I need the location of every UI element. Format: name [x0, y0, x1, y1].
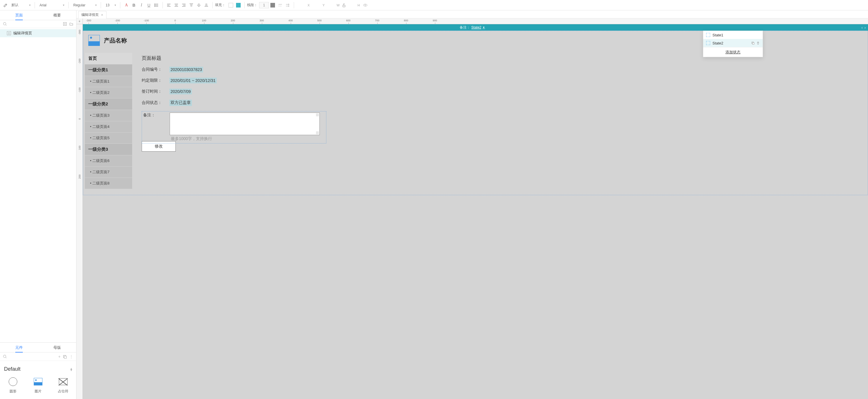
sidebar-item-cat1[interactable]: 一级分类1 [85, 64, 132, 76]
sidebar-item-sub3[interactable]: • 二级页面3 [85, 110, 132, 121]
state-dropdown-value: State2 [471, 25, 481, 29]
bold-button[interactable]: B [130, 1, 137, 9]
next-state-icon[interactable]: › [865, 25, 866, 30]
tab-pages[interactable]: 页面 [0, 10, 38, 20]
align-right-button[interactable] [180, 1, 188, 9]
tab-overview[interactable]: 概要 [38, 10, 76, 20]
sidebar-item-cat3[interactable]: 一级分类3 [85, 144, 132, 155]
valign-bottom-button[interactable] [203, 1, 210, 9]
scrollbar-up-icon[interactable] [316, 114, 319, 116]
svg-rect-28 [343, 5, 345, 7]
dynamic-panel-name: 备注： [460, 25, 470, 30]
sidebar-item-cat2[interactable]: 一级分类2 [85, 98, 132, 110]
line-width-input[interactable] [259, 2, 269, 8]
state-icon [706, 33, 710, 37]
sidebar-item-sub4[interactable]: • 二级页面4 [85, 121, 132, 132]
add-state-button[interactable]: 添加状态 [703, 47, 763, 57]
widget-label: 圆形 [9, 389, 17, 394]
state-dropdown-toggle[interactable]: State2 ▼ [471, 25, 485, 29]
align-left-button[interactable] [165, 1, 173, 9]
tab-widgets[interactable]: 元件 [0, 343, 38, 352]
svg-rect-40 [752, 43, 754, 44]
widgets-search[interactable] [3, 355, 56, 359]
coord-x: X [297, 3, 311, 7]
add-folder-icon[interactable] [69, 22, 73, 26]
state-item-state2[interactable]: State2 [703, 39, 763, 47]
document-tab[interactable]: 编辑详情页 × [78, 11, 106, 19]
note-label: 备注： [143, 113, 170, 118]
font-family-dropdown[interactable]: Arial ▾ [37, 1, 66, 9]
widget-image[interactable]: 图片 [27, 377, 49, 394]
sidebar-item-sub8[interactable]: • 二级页面8 [85, 178, 132, 189]
widget-label: 图片 [35, 389, 41, 394]
sidebar-item-sub6[interactable]: • 二级页面6 [85, 155, 132, 166]
tab-masters[interactable]: 母版 [38, 343, 76, 352]
page-tree-item[interactable]: 编辑详情页 [0, 29, 76, 37]
align-center-button[interactable] [173, 1, 180, 9]
sign-date-label: 签订时间： [142, 89, 169, 94]
fill-color-white[interactable] [227, 1, 235, 9]
line-color-button[interactable] [269, 1, 276, 9]
valign-middle-button[interactable] [195, 1, 203, 9]
italic-button[interactable]: I [137, 1, 145, 9]
line-arrow-button[interactable] [284, 1, 291, 9]
sidebar-item-sub1[interactable]: • 二级页面1 [85, 76, 132, 87]
bullet-list-button[interactable] [153, 1, 160, 9]
period-label: 约定期限： [142, 78, 169, 83]
style-value: 默认 [11, 3, 19, 7]
widget-placeholder[interactable]: 占位符 [52, 377, 74, 394]
font-weight-dropdown[interactable]: Regular ▾ [71, 1, 98, 9]
sidebar-item-sub5[interactable]: • 二级页面5 [85, 132, 132, 144]
svg-point-0 [155, 4, 155, 4]
svg-point-35 [3, 355, 6, 358]
page-name: 编辑详情页 [13, 31, 32, 36]
visibility-icon[interactable] [362, 1, 369, 9]
top-toolbar: 默认 ▾ Arial ▾ Regular ▾ 13 ▾ A B I U 填充： [0, 0, 868, 10]
ruler-corner[interactable]: + [76, 19, 83, 24]
sidebar-item-sub7[interactable]: • 二级页面7 [85, 166, 132, 178]
coord-y: Y [311, 3, 327, 7]
add-page-icon[interactable] [63, 22, 67, 26]
sidebar-item-sub2[interactable]: • 二级页面2 [85, 87, 132, 98]
status-label: 合同状态： [142, 100, 169, 105]
contract-no-label: 合同编号： [142, 67, 169, 72]
font-size-value: 13 [105, 3, 110, 7]
sidebar-item-home[interactable]: 首页 [85, 53, 132, 64]
line-style-button[interactable] [276, 1, 284, 9]
svg-point-2 [155, 5, 155, 5]
delete-state-icon[interactable] [756, 41, 760, 45]
edit-style-icon[interactable] [2, 1, 9, 9]
ruler-vertical: -300-200-1000100200 [76, 24, 83, 399]
pages-search[interactable] [3, 22, 61, 26]
page-tree: 编辑详情页 [0, 28, 76, 342]
chevron-down-icon: ▾ [29, 3, 31, 7]
font-size-dropdown[interactable]: 13 ▾ [103, 1, 118, 9]
proto-sidebar: 首页 一级分类1 • 二级页面1 • 二级页面2 一级分类2 • 二级页面3 •… [85, 53, 132, 189]
canvas[interactable]: 备注： State2 ▼ ‹ › State1 [83, 24, 868, 399]
style-dropdown[interactable]: 默认 ▾ [9, 1, 32, 9]
period-value: 2020/01/01 ~ 2020/12/31 [169, 78, 217, 84]
lock-aspect-icon[interactable] [341, 1, 347, 9]
fill-color-accent[interactable] [235, 1, 242, 9]
more-icon[interactable]: ⋮ [69, 354, 73, 359]
text-color-button[interactable]: A [123, 1, 130, 9]
chevron-down-icon: ▾ [95, 3, 97, 7]
close-tab-icon[interactable]: × [101, 13, 103, 17]
note-textarea[interactable] [170, 113, 320, 135]
chevron-down-icon: ▼ [483, 26, 485, 29]
prev-state-icon[interactable]: ‹ [861, 25, 863, 30]
svg-point-29 [365, 5, 366, 6]
chevron-down-icon: ▾ [63, 3, 64, 7]
fill-label: 填充： [215, 3, 225, 7]
widget-library-select[interactable]: Default ▴▾ [2, 364, 74, 374]
scrollbar-down-icon[interactable] [316, 131, 319, 134]
widget-ellipse[interactable]: 圆形 [2, 377, 24, 394]
duplicate-state-icon[interactable] [751, 41, 754, 45]
underline-button[interactable]: U [145, 1, 153, 9]
libraries-icon[interactable] [63, 355, 67, 359]
svg-rect-38 [64, 356, 66, 358]
svg-line-36 [6, 358, 7, 358]
valign-top-button[interactable] [188, 1, 195, 9]
add-widget-icon[interactable]: + [58, 354, 61, 359]
state-item-state1[interactable]: State1 [703, 31, 763, 39]
